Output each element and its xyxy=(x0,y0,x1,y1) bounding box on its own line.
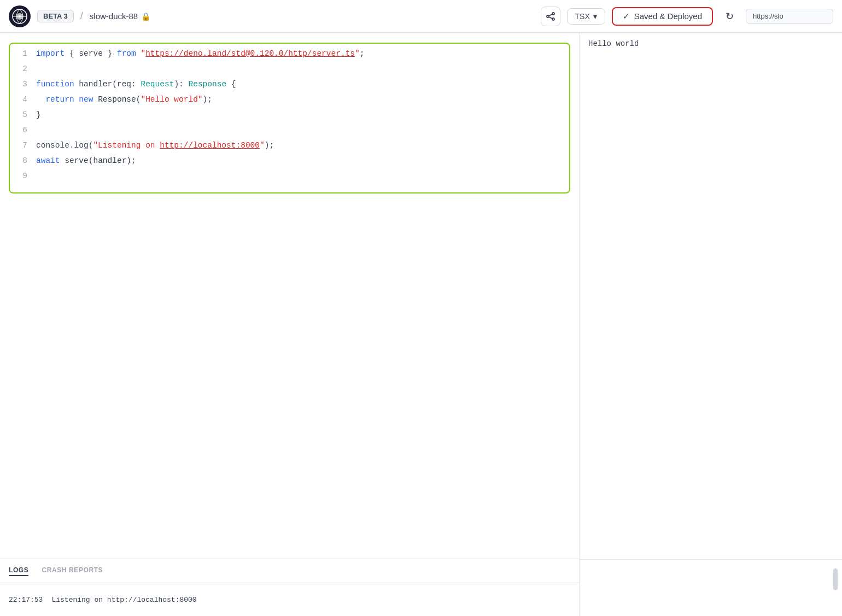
preview-body: Hello world xyxy=(580,33,842,559)
refresh-button[interactable]: ↻ xyxy=(720,7,739,26)
log-timestamp: 22:17:53 xyxy=(9,596,43,604)
tsx-selector-button[interactable]: TSX ▾ xyxy=(567,8,605,25)
scrollbar-thumb[interactable] xyxy=(833,568,838,590)
log-message: Listening on http://localhost:8000 xyxy=(51,596,196,604)
code-line-5: 5 } xyxy=(10,110,569,126)
saved-deployed-label: Saved & Deployed xyxy=(634,11,702,21)
logo xyxy=(9,5,31,27)
logs-tabs: LOGS CRASH REPORTS xyxy=(0,559,579,583)
preview-scrollbar-area xyxy=(580,559,842,616)
checkmark-icon: ✓ xyxy=(623,11,630,21)
code-line-8: 8 await serve(handler); xyxy=(10,156,569,172)
tab-logs[interactable]: LOGS xyxy=(9,566,28,576)
svg-point-4 xyxy=(547,15,549,17)
chevron-down-icon: ▾ xyxy=(593,12,597,21)
code-line-4: 4 return new Response("Hello world"); xyxy=(10,95,569,110)
logs-area: LOGS CRASH REPORTS 22:17:53 Listening on… xyxy=(0,559,579,616)
lock-icon: 🔒 xyxy=(141,12,150,21)
code-line-9: 9 xyxy=(10,172,569,187)
code-line-3: 3 function handler(req: Request): Respon… xyxy=(10,80,569,95)
svg-point-5 xyxy=(552,18,554,20)
hello-world-text: Hello world xyxy=(588,39,639,48)
svg-point-3 xyxy=(552,13,554,15)
beta-badge: BETA 3 xyxy=(37,10,74,22)
tab-crash-reports[interactable]: CRASH REPORTS xyxy=(42,566,103,576)
main-content: 1 import { serve } from "https://deno.la… xyxy=(0,33,842,616)
svg-line-6 xyxy=(549,14,552,16)
project-name: slow-duck-88 🔒 xyxy=(90,11,150,21)
saved-deployed-button[interactable]: ✓ Saved & Deployed xyxy=(612,7,713,26)
logs-content: 22:17:53 Listening on http://localhost:8… xyxy=(0,583,579,616)
editor-body[interactable]: 1 import { serve } from "https://deno.la… xyxy=(0,33,579,559)
code-line-1: 1 import { serve } from "https://deno.la… xyxy=(10,49,569,64)
code-container: 1 import { serve } from "https://deno.la… xyxy=(9,43,570,193)
code-line-2: 2 xyxy=(10,64,569,80)
topbar: BETA 3 / slow-duck-88 🔒 TSX ▾ ✓ Saved & … xyxy=(0,0,842,33)
code-line-6: 6 xyxy=(10,126,569,141)
code-line-7: 7 console.log("Listening on http://local… xyxy=(10,141,569,156)
svg-line-7 xyxy=(549,17,552,19)
preview-pane: Hello world xyxy=(580,33,842,616)
breadcrumb-separator: / xyxy=(80,10,83,22)
tsx-label: TSX xyxy=(575,12,590,21)
editor-pane: 1 import { serve } from "https://deno.la… xyxy=(0,33,580,616)
url-bar: https://slo xyxy=(746,9,833,24)
share-button[interactable] xyxy=(541,7,560,26)
